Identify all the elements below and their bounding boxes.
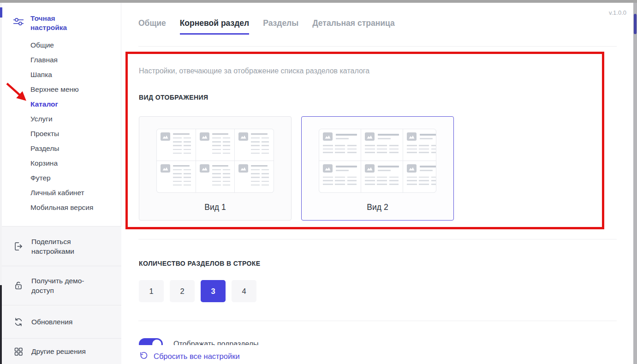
view-option-2[interactable]: Вид 2: [301, 116, 454, 221]
view-option-label: Вид 1: [204, 203, 226, 212]
sliders-icon: [12, 14, 24, 32]
columns-count-3[interactable]: 3: [201, 280, 226, 302]
sidebar-item-shapka[interactable]: Шапка: [30, 67, 118, 82]
preview-card: [196, 129, 235, 161]
image-placeholder-icon: [200, 132, 209, 141]
tab-obschie[interactable]: Общие: [138, 18, 166, 35]
refresh-icon: [13, 316, 24, 328]
sidebar-action-other-solutions[interactable]: Другие решения: [2, 338, 121, 364]
sidebar-item-obschie[interactable]: Общие: [30, 38, 118, 53]
preview-card: [319, 161, 361, 192]
sidebar-item-korzina[interactable]: Корзина: [30, 156, 118, 171]
tab-kornevoi-razdel[interactable]: Корневой раздел: [180, 18, 250, 35]
sidebar-nav: Общие Главная Шапка Верхнее меню Каталог…: [30, 38, 118, 215]
image-placeholder-icon: [407, 164, 417, 173]
image-placeholder-icon: [323, 164, 333, 173]
sidebar-action-updates[interactable]: Обновления: [2, 305, 121, 338]
sidebar-item-uslugi[interactable]: Услуги: [30, 112, 118, 126]
lock-icon: [13, 280, 24, 291]
preview-card: [319, 129, 361, 161]
settings-panel: v.1.0.0 Точная настройка Общие Главная Ш…: [2, 3, 633, 364]
image-placeholder-icon: [161, 164, 170, 173]
scrollbar-thumb[interactable]: [634, 14, 637, 34]
preview-card: [361, 129, 403, 161]
sidebar-action-share[interactable]: Поделиться настройками: [2, 226, 121, 266]
apps-grid-icon: [13, 346, 24, 357]
image-placeholder-icon: [407, 132, 417, 141]
preview-card: [157, 129, 196, 161]
sidebar-item-razdely[interactable]: Разделы: [30, 141, 118, 156]
preview-card: [235, 161, 274, 192]
sidebar-item-katalog[interactable]: Каталог: [30, 97, 118, 112]
divider: [138, 321, 617, 321]
image-placeholder-icon: [161, 132, 170, 141]
reset-icon[interactable]: [139, 350, 148, 360]
sidebar-item-lichnyi-kabinet[interactable]: Личный кабинет: [30, 185, 118, 200]
section-description: Настройки, отвечающие за отображение спи…: [139, 67, 369, 75]
preview-card: [361, 161, 403, 192]
tab-detalnaya-stranica[interactable]: Детальная страница: [312, 18, 395, 35]
sidebar-actions: Поделиться настройками Получить демо-дос…: [2, 226, 121, 364]
image-placeholder-icon: [323, 132, 333, 141]
screen: v.1.0.0 Точная настройка Общие Главная Ш…: [0, 0, 637, 364]
divider: [138, 239, 617, 239]
columns-count-4[interactable]: 4: [232, 280, 256, 302]
sidebar-item-verhnee-menu[interactable]: Верхнее меню: [30, 82, 118, 97]
preview-card: [403, 161, 436, 192]
preview-card: [403, 129, 436, 161]
version-label: v.1.0.0: [609, 9, 626, 16]
sidebar-title: Точная настройка: [30, 14, 87, 32]
preview-card: [235, 129, 274, 161]
share-icon: [13, 241, 24, 252]
tab-bar: Общие Корневой раздел Разделы Детальная …: [138, 18, 395, 35]
columns-count-1[interactable]: 1: [139, 280, 164, 302]
sidebar: Точная настройка Общие Главная Шапка Вер…: [2, 3, 121, 364]
sidebar-item-mobilnaya-versiya[interactable]: Мобильная версия: [30, 200, 118, 215]
image-placeholder-icon: [365, 132, 375, 141]
columns-count-2[interactable]: 2: [170, 280, 195, 302]
scrollbar-track[interactable]: [633, 3, 637, 364]
view-section-title: ВИД ОТОБРАЖЕНИЯ: [139, 94, 208, 101]
preview-card: [157, 161, 196, 192]
preview-card: [196, 161, 235, 192]
sidebar-action-label: Поделиться настройками: [31, 237, 101, 256]
view-option-label: Вид 2: [367, 203, 388, 212]
divider: [138, 46, 617, 47]
sidebar-action-demo-access[interactable]: Получить демо-доступ: [2, 266, 121, 305]
sidebar-item-futer[interactable]: Футер: [30, 171, 118, 185]
sidebar-header: Точная настройка: [12, 14, 87, 32]
view-options: Вид 1: [139, 116, 454, 221]
page-edge-accent: [0, 7, 2, 18]
image-placeholder-icon: [238, 164, 248, 173]
sidebar-item-proekty[interactable]: Проекты: [30, 126, 118, 141]
tab-razdely[interactable]: Разделы: [263, 18, 298, 35]
columns-section-title: КОЛИЧЕСТВО РАЗДЕЛОВ В СТРОКЕ: [139, 260, 260, 267]
sidebar-action-label: Другие решения: [31, 346, 101, 356]
sidebar-action-label: Обновления: [31, 317, 101, 327]
view-2-preview: [319, 129, 436, 193]
image-placeholder-icon: [365, 164, 375, 173]
view-1-preview: [156, 129, 274, 193]
columns-count-options: 1 2 3 4: [139, 280, 256, 302]
image-placeholder-icon: [238, 132, 248, 141]
view-option-1[interactable]: Вид 1: [139, 116, 292, 221]
image-placeholder-icon: [200, 164, 209, 173]
reset-footer: Сбросить все настройки: [123, 345, 633, 364]
sidebar-action-label: Получить демо-доступ: [31, 276, 101, 295]
sidebar-item-glavnaya[interactable]: Главная: [30, 53, 118, 67]
reset-all-settings-link[interactable]: Сбросить все настройки: [154, 352, 240, 361]
